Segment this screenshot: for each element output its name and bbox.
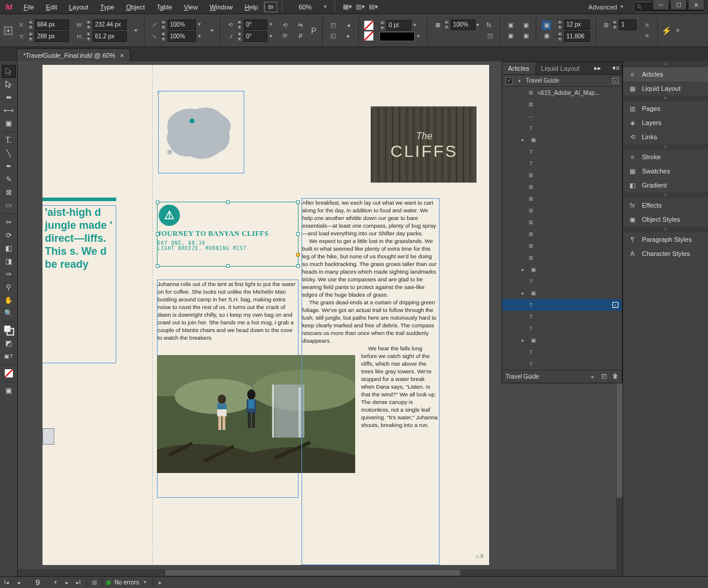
pen-tool[interactable]: ✒ [2,160,16,173]
dock-grip[interactable] [623,61,708,67]
x-field[interactable] [35,19,69,30]
col-gap2-field[interactable] [564,31,590,42]
formatting-affects-icon[interactable]: ▣T [2,350,16,363]
article-item[interactable]: ⊠ [502,240,622,252]
window-maximize[interactable]: ☐ [670,0,687,10]
select-content-icon[interactable]: ◱ [328,31,337,41]
dock-item-swatches[interactable]: ▦Swatches [623,164,708,178]
first-page-icon[interactable]: I◂ [2,579,11,587]
view-options-2[interactable]: ▥▾ [354,2,367,12]
corner-options-icon[interactable]: ◳ [485,31,494,41]
align-mid-icon[interactable]: ≡ [643,31,652,41]
eyedropper-tool[interactable]: ⚲ [2,281,16,294]
dock-item-layers[interactable]: ◈Layers [623,116,708,130]
fitting-fill-icon[interactable]: ▣ [542,21,551,30]
h-field[interactable] [93,31,127,42]
page-tool[interactable]: ⬌ [2,91,16,104]
body-column-2[interactable]: After breakfast, we each lay out what we… [301,198,440,565]
constrain-scale-icon[interactable]: ⚭ [207,26,217,35]
select-container-icon[interactable]: ◰ [328,21,337,30]
fitting-fit-icon[interactable]: ▣ [542,31,551,41]
scissors-tool[interactable]: ✂ [2,216,16,229]
window-close[interactable]: ✕ [688,0,704,10]
pull-quote-frame[interactable]: 'aist-high d jungle made ' direct—liffs.… [42,205,116,363]
effects-icon[interactable]: fx. [485,21,494,30]
menu-help[interactable]: Help [239,0,264,14]
article-item[interactable]: ⊠ [502,98,622,110]
bridge-button[interactable]: Br [264,2,277,12]
fill-swatch[interactable] [364,21,373,30]
menu-table[interactable]: Table [150,0,178,14]
delete-article-icon[interactable]: 🗑 [612,373,618,381]
select-prev-icon[interactable]: ◂ [343,21,353,30]
page-field[interactable] [26,578,50,587]
cols-field[interactable] [619,19,637,30]
article-item[interactable]: ⊠ [502,252,622,264]
window-minimize[interactable]: ─ [653,0,669,10]
dock-item-pages[interactable]: ▥Pages [623,101,708,116]
wrap-shape-icon[interactable]: ▣ [521,21,530,30]
apply-none-icon[interactable] [2,367,16,380]
open-navigator-icon[interactable]: ⊞ [90,579,99,587]
opacity-field[interactable] [451,19,476,30]
article-item[interactable]: T [502,146,622,157]
wrap-bbox-icon[interactable]: ▣ [506,31,515,41]
article-item[interactable]: T [502,122,622,134]
constrain-wh-icon[interactable]: ⚭ [131,26,140,35]
menu-view[interactable]: View [178,0,204,14]
status-menu-icon[interactable]: ▸ [156,579,165,587]
pasteboard-thumbnail[interactable]: ps, rafi [42,428,54,445]
article-item[interactable]: ▸▣ [502,334,622,346]
article-item[interactable]: ⊠<615_Adobe_AI_Map... [502,87,622,98]
rectangle-frame-tool[interactable]: ⊠ [2,186,16,199]
gap-tool[interactable]: ⟷ [2,104,16,117]
dock-item-liquid-layout[interactable]: ▦Liquid Layout [623,81,708,96]
y-field[interactable] [35,31,69,42]
article-item[interactable]: T [502,157,622,169]
rectangle-tool[interactable]: ▭ [2,199,16,212]
article-item[interactable]: T [502,311,622,323]
rotate-field[interactable] [244,19,267,30]
article-item[interactable]: T [502,346,622,358]
menu-layout[interactable]: Layout [63,0,94,14]
shear-field[interactable] [244,31,267,42]
stroke-weight-field[interactable] [386,20,411,31]
dock-item-stroke[interactable]: ≡Stroke [623,150,708,164]
article-item[interactable]: ▸▣ [502,287,622,299]
quick-apply-icon[interactable]: ⚡ [661,26,671,35]
content-collector-tool[interactable]: ▣ [2,117,16,130]
menu-window[interactable]: Window [204,0,238,14]
fill-stroke-toggle[interactable] [2,324,16,337]
flip-h-icon[interactable]: ⇋ [296,21,305,30]
article-root[interactable]: ✓ ▾ Travel Guide ▫ [502,75,622,87]
select-next-icon[interactable]: ▸ [343,31,353,41]
direct-selection-tool[interactable] [2,78,16,91]
view-options-3[interactable]: ▤▾ [367,2,380,12]
stroke-style[interactable] [379,32,415,41]
menu-object[interactable]: Object [120,0,151,14]
article-item[interactable]: T [502,358,622,370]
hand-tool[interactable]: ✋ [2,294,16,307]
article-item[interactable]: ▸▣ [502,134,622,146]
pencil-tool[interactable]: ✎ [2,173,16,186]
dock-item-gradient[interactable]: ◧Gradient [623,178,708,192]
rotate-cw-icon[interactable]: ⟳ [280,31,290,41]
article-item[interactable]: ⊠ [502,205,622,216]
article-item[interactable]: T [502,323,622,334]
article-item[interactable]: ⊠ [502,216,622,228]
panel-collapse-icon[interactable]: ▸▸ [592,62,604,74]
dock-item-object-styles[interactable]: ▣Object Styles [623,212,708,226]
article-options-icon[interactable]: ▫ [612,78,618,84]
rotate-ccw-icon[interactable]: ⟲ [280,21,290,30]
journey-heading-frame[interactable]: JOURNEY TO BANYAN CLIFFS DAY ONE, 08:30 … [157,202,299,267]
view-options-1[interactable]: ▦▾ [341,2,354,12]
zoom-dropdown-icon[interactable]: ▼ [323,4,329,9]
wrap-jump-icon[interactable]: ▣ [521,31,530,41]
col-gap-field[interactable] [564,19,590,30]
prev-page-icon[interactable]: ◂ [14,579,22,587]
dock-item-effects[interactable]: fxEffects [623,198,708,212]
flip-v-icon[interactable]: ⇵ [296,31,305,41]
screen-mode-icon[interactable]: ▣ [2,384,16,397]
cliffs-photo-frame[interactable]: TheCLIFFS [371,106,477,183]
last-page-icon[interactable]: ▸I [74,579,83,587]
